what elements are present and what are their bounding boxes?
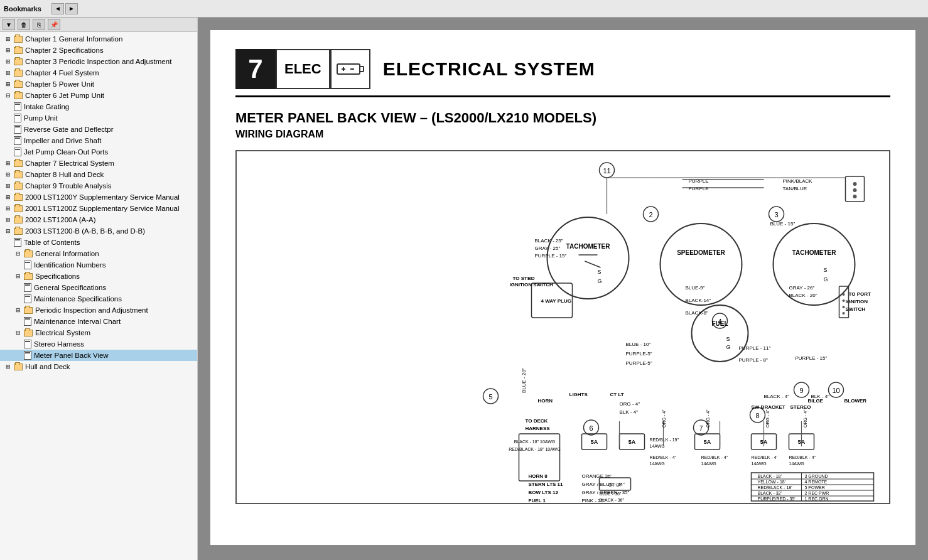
page-icon-meter [24, 351, 31, 360]
nav-next-btn[interactable]: ► [65, 3, 78, 14]
expander-supp2000[interactable]: ⊞ [4, 193, 13, 202]
svg-text:YELLOW - 18': YELLOW - 18' [758, 480, 786, 484]
svg-text:14AWG: 14AWG [650, 444, 665, 448]
svg-text:11: 11 [603, 167, 610, 175]
sidebar-item-lst2003[interactable]: ⊟ 2003 LST1200-B (A-B, B-B, and D-B) [0, 225, 197, 237]
sidebar-item-stereo[interactable]: Stereo Harness [0, 338, 197, 350]
expander-lst2002[interactable]: ⊞ [4, 215, 13, 224]
sidebar-item-maintchart[interactable]: Maintenance Interval Chart [0, 316, 197, 327]
expander-specs[interactable]: ⊟ [14, 272, 23, 281]
sidebar-item-ch6[interactable]: ⊟ Chapter 6 Jet Pump Unit [0, 90, 197, 101]
sidebar-item-ch6-1[interactable]: Intake Grating [0, 101, 197, 112]
expander-ch9[interactable]: ⊞ [4, 181, 13, 190]
sidebar-item-ch3[interactable]: ⊞ Chapter 3 Periodic Inspection and Adju… [0, 56, 197, 67]
expander-ch1[interactable]: ⊞ [4, 35, 13, 43]
toolbar-title: Bookmarks [4, 5, 41, 13]
expander-elec[interactable]: ⊟ [14, 328, 23, 337]
nav-prev-btn[interactable]: ◄ [51, 3, 64, 14]
sidebar-item-genspecs[interactable]: General Specifications [0, 282, 197, 293]
expander-geninfo[interactable]: ⊟ [14, 249, 23, 258]
expander-ch8[interactable]: ⊞ [4, 170, 13, 179]
expander-periodic[interactable]: ⊟ [14, 306, 23, 315]
sidebar-item-label-periodic: Periodic Inspection and Adjustment [35, 306, 148, 314]
svg-text:FUEL 1: FUEL 1 [529, 498, 546, 503]
svg-text:TO PORT: TO PORT [849, 291, 871, 297]
expander-ch4[interactable]: ⊞ [4, 68, 13, 77]
sidebar-item-ch1[interactable]: ⊞ Chapter 1 General Information [0, 33, 197, 45]
svg-text:PURPLE - 8": PURPLE - 8" [739, 357, 769, 363]
sidebar-dropdown-btn[interactable]: ▼ [3, 19, 15, 30]
sidebar-item-label-elec: Electrical System [35, 329, 90, 337]
sidebar-item-idnums[interactable]: Identification Numbers [0, 259, 197, 271]
svg-text:BLACK-14": BLACK-14" [686, 298, 711, 303]
svg-text:PURPLE - 15": PURPLE - 15" [535, 253, 567, 259]
sidebar-item-ch2[interactable]: ⊞ Chapter 2 Specifications [0, 45, 197, 56]
sidebar-item-maintspecs[interactable]: Maintenance Specifications [0, 293, 197, 304]
page-icon-genspecs [24, 283, 31, 292]
folder-icon-specs [24, 273, 33, 280]
chapter-title: ELECTRICAL SYSTEM [383, 58, 595, 80]
svg-text:GRAY - 25": GRAY - 25" [535, 245, 561, 251]
sidebar-delete-btn[interactable]: 🗑 [18, 19, 30, 30]
sidebar-item-ch7[interactable]: ⊞ Chapter 7 Electrical System [0, 158, 197, 169]
svg-text:STERN LTS 11: STERN LTS 11 [529, 482, 564, 487]
sidebar-item-toc[interactable]: Table of Contents [0, 237, 197, 248]
sidebar-item-ch6-4[interactable]: Impeller and Drive Shaft [0, 135, 197, 146]
sidebar-item-ch4[interactable]: ⊞ Chapter 4 Fuel System [0, 67, 197, 78]
section-title: METER PANEL BACK VIEW – (LS2000/LX210 MO… [235, 110, 890, 126]
sidebar-item-hulldeck[interactable]: ⊞ Hull and Deck [0, 361, 197, 372]
sidebar-copy-btn[interactable]: ⎘ [33, 19, 45, 30]
sidebar-item-supp2001[interactable]: ⊞ 2001 LST1200Z Supplementary Service Ma… [0, 203, 197, 214]
page-icon-ch6-5 [14, 148, 21, 156]
sidebar-item-specs[interactable]: ⊟ Specifications [0, 271, 197, 282]
sidebar-item-ch8[interactable]: ⊞ Chapter 8 Hull and Deck [0, 169, 197, 180]
sidebar-item-elec[interactable]: ⊟ Electrical System [0, 327, 197, 338]
expander-lst2003[interactable]: ⊟ [4, 227, 13, 235]
svg-rect-1 [360, 67, 364, 72]
svg-text:BLACK - 20": BLACK - 20" [789, 293, 817, 298]
sidebar-item-label-ch6-2: Pump Unit [24, 114, 58, 122]
svg-text:14AWG: 14AWG [650, 461, 665, 466]
svg-text:PURPLE - 15": PURPLE - 15" [796, 355, 828, 361]
sidebar-paste-btn[interactable]: 📌 [48, 19, 60, 30]
sidebar-item-ch6-2[interactable]: Pump Unit [0, 112, 197, 124]
expander-supp2001[interactable]: ⊞ [4, 204, 13, 213]
svg-text:5A: 5A [591, 439, 598, 445]
svg-text:BLACK - 18': BLACK - 18' [758, 474, 782, 478]
svg-text:ORG - 4": ORG - 4" [765, 409, 770, 428]
sidebar-item-periodic[interactable]: ⊟ Periodic Inspection and Adjustment [0, 304, 197, 316]
svg-text:LIGHTS: LIGHTS [569, 392, 588, 397]
sidebar-item-ch6-5[interactable]: Jet Pump Clean-Out Ports [0, 146, 197, 158]
svg-point-70 [843, 299, 845, 302]
sidebar-item-supp2000[interactable]: ⊞ 2000 LST1200Y Supplementary Service Ma… [0, 191, 197, 203]
bookmarks-toolbar: Bookmarks ◄ ► [0, 0, 928, 18]
sidebar-item-label-stereo: Stereo Harness [34, 340, 84, 348]
folder-icon-geninfo [24, 250, 33, 257]
sidebar-item-label-maintchart: Maintenance Interval Chart [34, 318, 121, 325]
sidebar-item-ch5[interactable]: ⊞ Chapter 5 Power Unit [0, 78, 197, 90]
svg-text:TACHOMETER: TACHOMETER [566, 243, 611, 250]
svg-text:PINK/BLACK: PINK/BLACK [783, 178, 813, 184]
expander-ch6[interactable]: ⊟ [4, 91, 13, 100]
svg-text:ORANGE 3b': ORANGE 3b' [582, 473, 612, 479]
svg-text:IGNITION SWITCH: IGNITION SWITCH [510, 282, 554, 288]
expander-ch2[interactable]: ⊞ [4, 46, 13, 55]
expander-ch7[interactable]: ⊞ [4, 159, 13, 168]
sidebar-item-lst2002[interactable]: ⊞ 2002 LST1200A (A-A) [0, 214, 197, 225]
bookmark-tree: ⊞ Chapter 1 General Information ⊞ Chapte… [0, 32, 197, 560]
folder-icon-ch1 [14, 36, 23, 43]
svg-text:S: S [598, 269, 602, 275]
sidebar-item-ch9[interactable]: ⊞ Chapter 9 Trouble Analysis [0, 180, 197, 191]
sidebar-item-meter[interactable]: Meter Panel Back View [0, 350, 197, 361]
sidebar-item-geninfo[interactable]: ⊟ General Information [0, 248, 197, 259]
sidebar-item-ch6-3[interactable]: Reverse Gate and Deflectpr [0, 124, 197, 135]
expander-ch3[interactable]: ⊞ [4, 57, 13, 66]
sidebar-item-label-genspecs: General Specifications [34, 284, 106, 291]
svg-text:BLACK - 18" 10AWG: BLACK - 18" 10AWG [514, 439, 556, 444]
svg-text:BLUE - 15": BLUE - 15" [770, 221, 796, 227]
expander-ch5[interactable]: ⊞ [4, 80, 13, 89]
svg-text:HORN: HORN [538, 398, 553, 404]
expander-hulldeck[interactable]: ⊞ [4, 362, 13, 371]
sidebar-item-label-supp2001: 2001 LST1200Z Supplementary Service Manu… [25, 205, 179, 212]
svg-text:BLUE - 10": BLUE - 10" [626, 342, 651, 347]
